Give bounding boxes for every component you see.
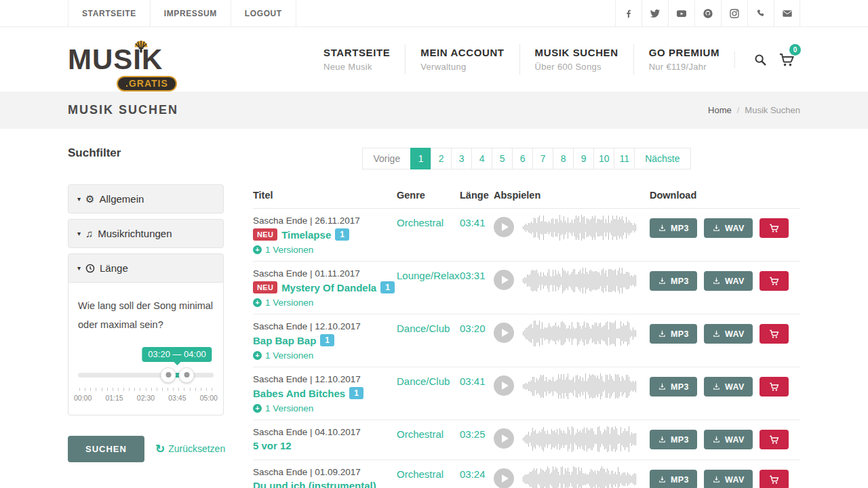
title-cell: Sascha Ende | 01.11.2017 NEU Mystery Of … — [253, 268, 397, 308]
site-header: MUSIK .GRATIS STARTSEITENeue MusikMEIN A… — [0, 27, 868, 92]
versions-label: 1 Versionen — [265, 403, 313, 413]
page-title-band: MUSIK SUCHEN Home / Musik Suchen — [0, 92, 868, 129]
download-wav-button[interactable]: WAV — [704, 324, 753, 344]
versions-link[interactable]: + 1 Versionen — [253, 298, 397, 308]
length-cell: 03:41 — [460, 374, 494, 387]
plus-circle-icon: + — [253, 404, 262, 413]
slider-handle-min[interactable] — [161, 367, 176, 383]
col-header-titel: Titel — [253, 190, 397, 201]
pagination-page-9[interactable]: 9 — [573, 148, 594, 169]
versions-link[interactable]: + 1 Versionen — [253, 245, 397, 255]
download-cell: MP3 WAV — [650, 268, 800, 291]
youtube-icon[interactable] — [668, 0, 694, 26]
download-wav-button[interactable]: WAV — [704, 430, 753, 449]
pagination-page-8[interactable]: 8 — [553, 148, 574, 169]
download-mp3-button[interactable]: MP3 — [650, 324, 697, 344]
breadcrumb-home-link[interactable]: Home — [708, 105, 732, 115]
cart-icon[interactable]: 0 — [778, 52, 795, 68]
download-mp3-button[interactable]: MP3 — [650, 470, 697, 488]
genre-cell: Orchestral — [397, 427, 460, 440]
github-icon[interactable] — [694, 0, 721, 26]
play-cell — [494, 216, 650, 242]
add-to-cart-button[interactable] — [760, 218, 789, 238]
song-title-link[interactable]: 5 vor 12 — [253, 440, 292, 451]
nav-item-musik-suchen[interactable]: MUSIK SUCHENÜber 600 Songs — [519, 44, 633, 75]
play-button[interactable] — [494, 428, 514, 449]
play-button[interactable] — [494, 468, 514, 488]
accordion-laenge[interactable]: ▾ Länge — [68, 253, 224, 283]
nav-item-mein-account[interactable]: MEIN ACCOUNTVerwaltung — [405, 44, 519, 75]
play-cell — [494, 467, 650, 488]
accordion-musikrichtungen[interactable]: ▾ ♫ Musikrichtungen — [68, 219, 224, 248]
search-icon[interactable] — [753, 52, 768, 67]
add-to-cart-button[interactable] — [760, 271, 789, 291]
play-cell — [494, 374, 650, 401]
main-nav: STARTSEITENeue MusikMEIN ACCOUNTVerwaltu… — [309, 44, 800, 75]
download-wav-button[interactable]: WAV — [704, 271, 753, 291]
waveform — [523, 425, 639, 453]
play-button[interactable] — [494, 323, 514, 343]
download-wav-button[interactable]: WAV — [704, 377, 753, 396]
play-button[interactable] — [494, 270, 514, 290]
twitter-icon[interactable] — [642, 0, 668, 26]
phone-icon[interactable] — [747, 0, 774, 26]
gear-icon: ⚙ — [85, 194, 94, 204]
download-wav-button[interactable]: WAV — [704, 218, 753, 238]
search-submit-button[interactable]: SUCHEN — [68, 436, 144, 462]
pagination-page-6[interactable]: 6 — [512, 148, 533, 169]
instagram-icon[interactable] — [721, 0, 747, 26]
song-title-link[interactable]: Babes And Bitches — [253, 388, 345, 399]
nav-item-startseite[interactable]: STARTSEITENeue Musik — [309, 44, 405, 75]
title-cell: Sascha Ende | 12.10.2017 Bap Bap Bap 1 +… — [253, 321, 397, 361]
play-button[interactable] — [494, 375, 514, 396]
play-button[interactable] — [494, 217, 514, 237]
plus-circle-icon: + — [253, 245, 262, 254]
song-title-link[interactable]: Mystery Of Dandela — [281, 282, 376, 293]
pagination-next[interactable]: Nächste — [634, 148, 690, 169]
facebook-icon[interactable] — [615, 0, 642, 26]
pagination-page-1[interactable]: 1 — [410, 148, 431, 169]
pagination-page-4[interactable]: 4 — [471, 148, 492, 169]
table-row: Sascha Ende | 12.10.2017 Bap Bap Bap 1 +… — [253, 314, 800, 367]
pagination-page-10[interactable]: 10 — [593, 148, 614, 169]
download-mp3-button[interactable]: MP3 — [650, 377, 697, 396]
accordion-allgemein[interactable]: ▾ ⚙ Allgemein — [68, 184, 224, 214]
nav-item-go-premium[interactable]: GO PREMIUMNur €119/Jahr — [633, 44, 734, 75]
topbar-link-startseite[interactable]: STARTSEITE — [68, 0, 150, 26]
topbar-link-impressum[interactable]: IMPRESSUM — [150, 0, 231, 26]
genre-cell: Dance/Club — [397, 374, 460, 387]
slider-tick-label: 03:45 — [168, 394, 186, 402]
site-logo[interactable]: MUSIK .GRATIS — [68, 46, 186, 73]
download-mp3-button[interactable]: MP3 — [650, 430, 697, 449]
accordion-label: Musikrichtungen — [98, 228, 172, 239]
topbar-link-logout[interactable]: LOGOUT — [231, 0, 296, 26]
wav-label: WAV — [725, 329, 745, 339]
pagination-page-2[interactable]: 2 — [431, 148, 452, 169]
pagination-page-5[interactable]: 5 — [492, 148, 513, 169]
download-mp3-button[interactable]: MP3 — [650, 218, 697, 238]
new-badge: NEU — [253, 281, 277, 293]
pagination-prev[interactable]: Vorige — [362, 148, 411, 169]
reset-link[interactable]: ↻ Zurücksetzen — [155, 443, 225, 455]
song-title-link[interactable]: Du und ich (instrumental) — [253, 480, 376, 488]
reset-label: Zurücksetzen — [168, 443, 225, 454]
slider-handle-max[interactable] — [179, 367, 195, 383]
song-title-link[interactable]: Timelapse — [281, 229, 331, 241]
add-to-cart-button[interactable] — [760, 377, 789, 396]
pagination-page-11[interactable]: 11 — [614, 148, 635, 169]
breadcrumb-current: Musik Suchen — [745, 105, 800, 115]
download-mp3-button[interactable]: MP3 — [650, 271, 697, 291]
song-title-link[interactable]: Bap Bap Bap — [253, 335, 316, 346]
versions-link[interactable]: + 1 Versionen — [253, 350, 397, 361]
add-to-cart-button[interactable] — [760, 470, 789, 488]
email-icon[interactable] — [774, 0, 800, 26]
nav-item-label: GO PREMIUM — [649, 47, 719, 58]
pagination-page-7[interactable]: 7 — [532, 148, 553, 169]
add-to-cart-button[interactable] — [760, 430, 789, 449]
title-cell: Sascha Ende | 04.10.2017 5 vor 12 — [253, 427, 397, 451]
pagination-page-3[interactable]: 3 — [451, 148, 472, 169]
add-to-cart-button[interactable] — [760, 324, 789, 344]
download-wav-button[interactable]: WAV — [704, 470, 753, 488]
versions-link[interactable]: + 1 Versionen — [253, 403, 397, 413]
waveform — [523, 266, 639, 295]
